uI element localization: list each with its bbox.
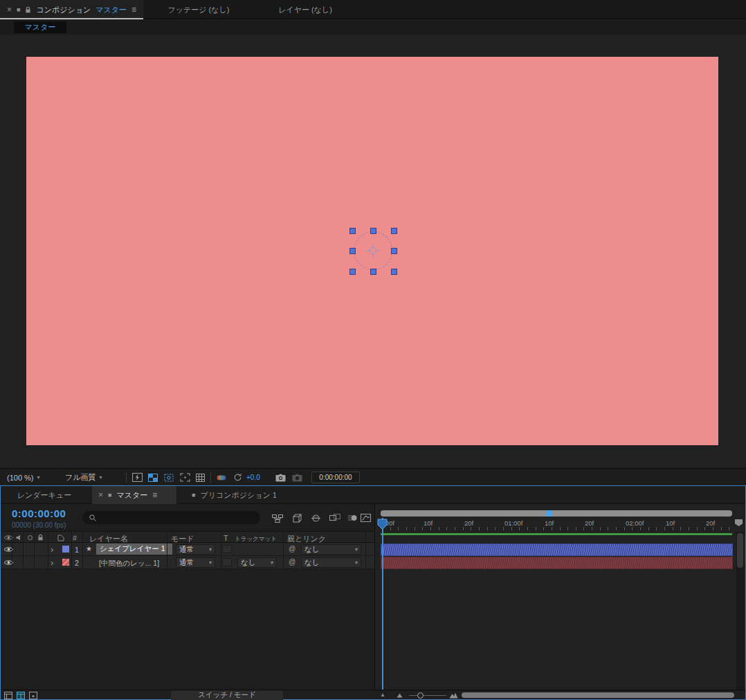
label-column-icon [57, 535, 64, 541]
resolution-value: フル画質 [65, 472, 96, 483]
tab-precomp[interactable]: ■ プリコンポジション 1 [185, 486, 282, 504]
blend-mode-select[interactable]: 通常 ▾ [176, 557, 215, 568]
comp-breadcrumb[interactable]: マスター [14, 21, 66, 33]
expand-transfer-controls-icon[interactable] [17, 692, 25, 699]
expand-layer-switches-icon[interactable] [4, 692, 12, 699]
layer-label-color-chip[interactable] [62, 545, 70, 553]
exposure-value[interactable]: +0.0 [246, 474, 260, 481]
selection-handle[interactable] [370, 228, 376, 234]
close-icon[interactable]: × [7, 6, 12, 14]
timeline-track-area[interactable]: :00f 10f 20f 01:00f 10f 20f 02:00f 10f 2… [374, 504, 745, 690]
grid-guides-icon[interactable] [194, 472, 206, 483]
region-of-interest-icon[interactable] [179, 472, 191, 483]
blend-mode-select[interactable]: 通常 ▾ [176, 544, 215, 555]
graph-editor-icon[interactable] [359, 512, 372, 523]
layer-row[interactable]: › 1 ★ シェイプレイヤー 1 通常 ▾ @ なし ▾ [1, 543, 374, 556]
vertical-scrollbar[interactable] [736, 532, 744, 690]
time-navigator-bar[interactable] [381, 510, 732, 517]
layer-name-selected[interactable]: シェイプレイヤー 1 [96, 544, 172, 555]
draft-3d-icon[interactable] [291, 512, 304, 523]
current-timecode[interactable]: 0:00:00:00 [12, 508, 66, 519]
track-matte-select[interactable]: なし ▾ [237, 557, 277, 568]
zoom-out-mountain-icon[interactable] [397, 692, 403, 698]
show-snapshot-icon[interactable] [291, 473, 303, 483]
column-divider [365, 531, 366, 569]
shy-layers-icon[interactable] [309, 513, 322, 523]
frame-blending-icon[interactable] [328, 513, 342, 523]
selection-handle[interactable] [391, 228, 397, 234]
ruler-tick: 02:00f [626, 519, 644, 527]
toolbar-separator [126, 472, 127, 483]
timeline-footer: スイッチ / モード ▲ [1, 690, 745, 699]
selection-handle[interactable] [391, 269, 397, 275]
comp-marker[interactable] [546, 510, 552, 517]
layer-duration-bar[interactable] [381, 544, 733, 556]
selection-handle[interactable] [349, 228, 356, 234]
search-box[interactable] [82, 511, 260, 524]
comp-breadcrumb-label: マスター [25, 22, 56, 33]
playhead-handle[interactable] [377, 519, 388, 530]
vertical-scrollbar-thumb[interactable] [737, 533, 743, 568]
layer-expand-arrow[interactable]: › [51, 558, 53, 567]
horizontal-scrollbar-thumb[interactable] [462, 692, 734, 698]
transparency-grid-icon[interactable] [147, 472, 159, 483]
layer-label-color-chip[interactable] [62, 558, 70, 566]
column-divider [283, 531, 284, 569]
mini-flowchart-icon[interactable] [271, 513, 284, 523]
selection-handle[interactable] [349, 269, 356, 275]
layer-row[interactable]: › 2 [中間色のレッ... 1] 通常 ▾ なし ▾ @ なし ▾ [1, 556, 374, 569]
layer-number: 2 [75, 559, 79, 567]
close-icon[interactable]: × [98, 491, 103, 499]
expand-inout-panes-icon[interactable] [29, 692, 37, 699]
tab-composition[interactable]: × ■ コンポジション マスター ≡ [0, 0, 143, 19]
layer-name-label[interactable]: [中間色のレッ... 1] [99, 559, 159, 568]
timeline-panel: レンダーキュー × ■ マスター ≡ ■ プリコンポジション 1 0:00:00… [0, 485, 746, 700]
parent-link-select[interactable]: なし ▾ [301, 557, 361, 568]
tab-layer[interactable]: レイヤー (なし) [266, 0, 344, 19]
channel-settings-icon[interactable] [215, 473, 228, 482]
pick-whip-icon[interactable]: @ [289, 546, 295, 553]
time-navigator-shortcut-icon[interactable]: ▲ [380, 692, 385, 698]
chevron-down-icon: ▾ [209, 546, 212, 553]
track-matte-toggle-box[interactable] [222, 558, 232, 566]
resolution-select[interactable]: フル画質 ▾ [65, 472, 102, 483]
audio-column-icon [16, 535, 22, 541]
selection-handle[interactable] [370, 269, 376, 275]
panel-icon: ■ [192, 492, 195, 499]
layer-number: 1 [75, 546, 79, 554]
ruler-minor-ticks[interactable] [382, 527, 732, 530]
selection-handle[interactable] [391, 248, 397, 254]
search-input[interactable] [102, 514, 247, 522]
timeline-zoom-knob[interactable] [417, 692, 424, 699]
timeline-zoom-slider[interactable] [409, 695, 446, 696]
panel-menu-icon[interactable]: ≡ [152, 491, 157, 499]
layer-duration-bar[interactable] [381, 557, 733, 569]
after-effects-window: × ■ コンポジション マスター ≡ フッテージ (なし) レイヤー (なし) … [0, 0, 746, 700]
layer-expand-arrow[interactable]: › [51, 545, 53, 554]
tab-composition-comp-name: マスター [95, 5, 127, 15]
panel-menu-icon[interactable]: ≡ [131, 6, 136, 14]
take-snapshot-icon[interactable] [274, 473, 286, 483]
parent-link-select[interactable]: なし ▾ [301, 544, 361, 555]
exposure-reset-icon[interactable] [233, 472, 243, 483]
track-matte-toggle-box[interactable] [222, 545, 232, 553]
lock-icon[interactable] [25, 6, 31, 14]
tab-footage[interactable]: フッテージ (なし) [154, 0, 244, 19]
mask-path-visibility-icon[interactable] [163, 472, 175, 483]
fast-previews-icon[interactable] [131, 472, 143, 483]
composition-canvas[interactable] [26, 57, 718, 445]
anchor-point-icon[interactable] [366, 244, 380, 258]
viewer-timecode-field[interactable]: 0:00:00:00 [311, 472, 360, 483]
tab-timeline-master[interactable]: × ■ マスター ≡ [92, 486, 176, 504]
tab-render-queue[interactable]: レンダーキュー [2, 486, 87, 504]
selection-handle[interactable] [349, 248, 356, 254]
switches-modes-button[interactable]: スイッチ / モード [171, 690, 283, 700]
zoom-select[interactable]: (100 %) ▾ [7, 472, 40, 483]
comp-marker-bin-icon[interactable] [734, 519, 743, 527]
track-matte-value: なし [241, 558, 256, 568]
active-tab-underline [0, 18, 143, 19]
pick-whip-icon[interactable]: @ [289, 559, 295, 566]
motion-blur-icon[interactable] [346, 513, 359, 523]
playhead-line[interactable] [382, 518, 383, 690]
zoom-in-mountain-icon[interactable] [449, 692, 458, 699]
